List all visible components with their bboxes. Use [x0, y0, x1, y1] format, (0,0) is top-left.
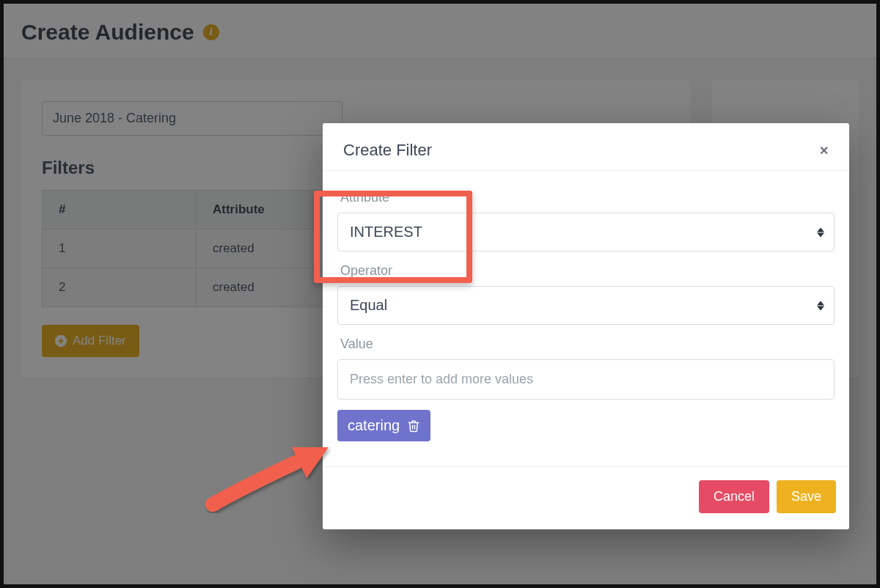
- trash-icon[interactable]: [407, 419, 420, 433]
- modal-title: Create Filter: [343, 141, 432, 160]
- attribute-label: Attribute: [340, 190, 832, 205]
- close-icon[interactable]: ✕: [819, 144, 829, 158]
- value-input[interactable]: [337, 359, 835, 400]
- value-chip[interactable]: catering: [337, 410, 430, 441]
- value-label: Value: [340, 337, 832, 352]
- modal-footer: Cancel Save: [323, 466, 849, 529]
- chip-text: catering: [348, 417, 400, 434]
- operator-select[interactable]: Equal: [337, 286, 835, 325]
- create-filter-modal: Create Filter ✕ Attribute INTEREST Opera…: [323, 123, 849, 529]
- operator-label: Operator: [340, 263, 832, 279]
- cancel-button[interactable]: Cancel: [699, 480, 769, 513]
- modal-header: Create Filter ✕: [323, 123, 849, 170]
- modal-body: Attribute INTEREST Operator Equal Value …: [323, 170, 849, 453]
- save-button[interactable]: Save: [777, 480, 836, 513]
- attribute-select[interactable]: INTEREST: [337, 213, 835, 251]
